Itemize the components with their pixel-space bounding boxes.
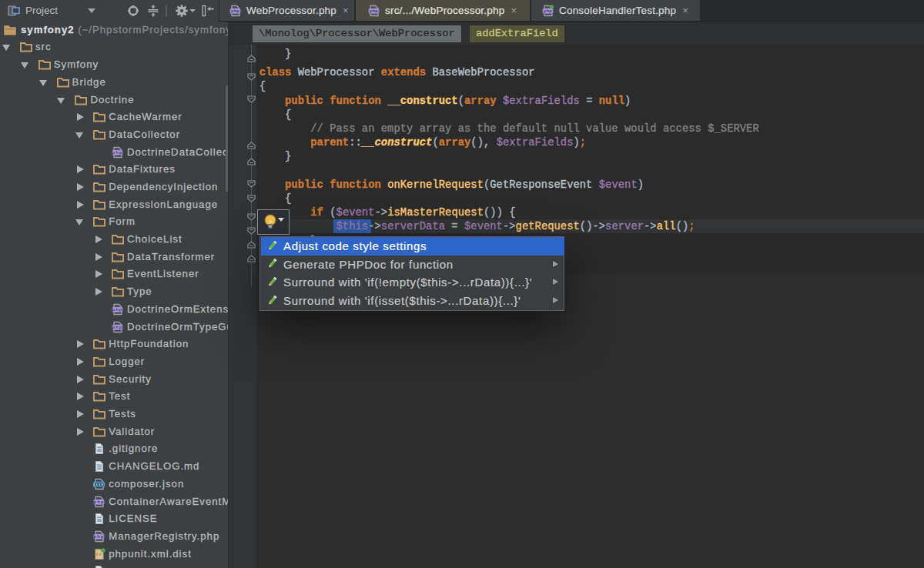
svg-text:‹›: ‹› (96, 550, 102, 558)
svg-text:php: php (231, 8, 239, 13)
svg-text:php: php (94, 500, 105, 504)
svg-text:php: php (94, 534, 105, 539)
svg-text:php: php (544, 8, 552, 13)
svg-text:php: php (112, 325, 123, 329)
svg-text:php: php (112, 307, 123, 312)
svg-text:php: php (370, 8, 378, 13)
svg-text:php: php (112, 150, 123, 155)
svg-text:json: json (93, 483, 104, 486)
